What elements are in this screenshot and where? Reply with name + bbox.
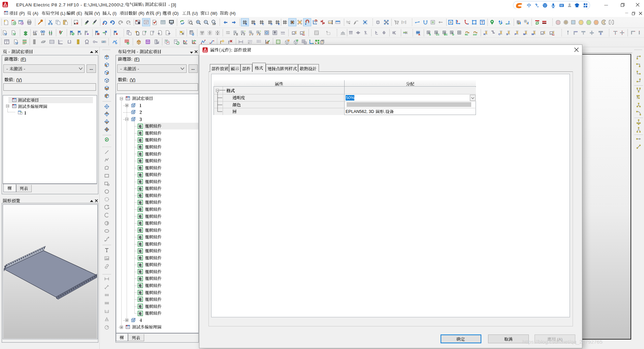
svg-text:P: P bbox=[514, 32, 516, 35]
svg-text:1: 1 bbox=[296, 39, 297, 41]
svg-text:123: 123 bbox=[33, 33, 37, 35]
svg-text:NC: NC bbox=[465, 33, 468, 35]
svg-text:S: S bbox=[429, 33, 430, 36]
svg-text:D: D bbox=[270, 22, 272, 25]
svg-text:T: T bbox=[403, 21, 405, 24]
svg-text:LC: LC bbox=[436, 33, 440, 36]
svg-text:C: C bbox=[498, 32, 500, 35]
svg-text:100: 100 bbox=[212, 23, 215, 25]
svg-text:M: M bbox=[523, 32, 525, 35]
svg-text:A: A bbox=[245, 22, 247, 25]
svg-text:C: C bbox=[262, 22, 264, 25]
svg-text:E: E bbox=[278, 22, 280, 25]
svg-text:K: K bbox=[483, 32, 485, 35]
svg-text:DXF: DXF bbox=[473, 33, 477, 35]
svg-text:A: A bbox=[418, 33, 420, 36]
svg-text:D: D bbox=[452, 33, 454, 36]
svg-text:1 2: 1 2 bbox=[41, 33, 44, 35]
svg-text:W: W bbox=[532, 32, 534, 35]
svg-text:1 2: 1 2 bbox=[49, 33, 52, 35]
svg-text:1: 1 bbox=[288, 39, 289, 41]
svg-text:S: S bbox=[506, 32, 508, 35]
svg-text:B: B bbox=[254, 22, 256, 25]
svg-text:123: 123 bbox=[328, 21, 332, 23]
svg-text:BC: BC bbox=[444, 33, 448, 36]
